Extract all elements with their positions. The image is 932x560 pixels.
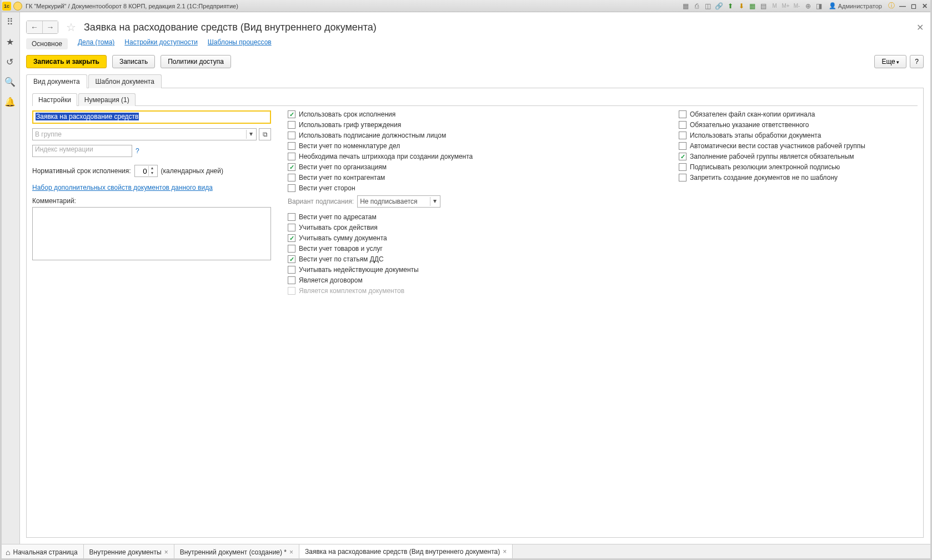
check-item[interactable]: Использовать этапы обработки документа — [679, 132, 918, 139]
minimize-button[interactable]: — — [898, 1, 908, 11]
checkbox[interactable] — [288, 184, 295, 192]
policies-button[interactable]: Политики доступа — [161, 55, 231, 68]
checkbox[interactable] — [288, 121, 295, 129]
check-item[interactable]: Вести учет товаров и услуг — [288, 245, 662, 253]
mem-mplus[interactable]: M+ — [781, 1, 791, 11]
checkbox[interactable] — [288, 174, 295, 181]
taskbar-tab[interactable]: ⌂Начальная страница — [0, 544, 84, 560]
checkbox[interactable] — [288, 255, 295, 263]
panels-icon[interactable]: ◨ — [814, 1, 824, 11]
checkbox[interactable] — [679, 132, 687, 139]
tab-doc-type[interactable]: Вид документа — [26, 74, 87, 88]
checkbox[interactable] — [679, 174, 687, 181]
index-field[interactable]: Индекс нумерации — [32, 145, 132, 157]
close-icon[interactable]: × — [164, 548, 168, 556]
checkbox[interactable] — [679, 121, 687, 129]
current-user[interactable]: 👤 Администратор — [829, 2, 882, 9]
check-item[interactable]: Использовать подписание должностным лицо… — [288, 132, 662, 139]
checkbox[interactable] — [288, 153, 295, 160]
term-value-input[interactable] — [135, 167, 148, 175]
check-item[interactable]: Автоматически вести состав участников ра… — [679, 142, 918, 150]
check-item[interactable]: Вести учет по номенклатуре дел — [288, 142, 662, 150]
index-help-icon[interactable]: ? — [136, 147, 139, 155]
checkbox[interactable] — [288, 110, 295, 118]
save-button[interactable]: Записать — [112, 55, 155, 68]
term-spinner[interactable]: ▲▼ — [134, 165, 158, 177]
section-link-cases[interactable]: Дела (тома) — [78, 38, 114, 49]
upload-icon[interactable]: ⬆ — [725, 1, 735, 11]
check-item[interactable]: Учитывать сумму документа — [288, 234, 662, 242]
checkbox[interactable] — [288, 142, 295, 150]
additional-props-link[interactable]: Набор дополнительных свойств документов … — [32, 184, 213, 191]
checkbox[interactable] — [288, 234, 295, 242]
check-item[interactable]: Использовать гриф утверждения — [288, 121, 662, 129]
check-item[interactable]: Запретить создание документов не по шабл… — [679, 174, 918, 181]
check-item[interactable]: Учитывать срок действия — [288, 224, 662, 231]
sign-combo[interactable]: Не подписывается ▾ — [357, 195, 440, 208]
star-icon[interactable]: ★ — [4, 36, 16, 48]
check-item[interactable]: Обязательно указание ответственного — [679, 121, 918, 129]
check-item[interactable]: Вести учет по адресатам — [288, 213, 662, 221]
link-icon[interactable]: 🔗 — [714, 1, 724, 11]
calc-icon[interactable]: ▤ — [759, 1, 769, 11]
subtab-settings[interactable]: Настройки — [32, 93, 77, 106]
save-close-button[interactable]: Записать и закрыть — [26, 55, 107, 68]
section-link-processes[interactable]: Шаблоны процессов — [208, 38, 272, 49]
zoom-icon[interactable]: ⊕ — [803, 1, 813, 11]
check-item[interactable]: Является договором — [288, 276, 662, 284]
spin-down[interactable]: ▼ — [148, 171, 156, 176]
more-button[interactable]: Еще — [874, 55, 906, 68]
check-item[interactable]: Необходима печать штрихкода при создании… — [288, 153, 662, 160]
check-item[interactable]: Учитывать недействующие документы — [288, 266, 662, 274]
maximize-button[interactable]: ◻ — [909, 1, 919, 11]
check-item[interactable]: Заполнение рабочей группы является обяза… — [679, 153, 918, 160]
chevron-down-icon[interactable]: ▾ — [246, 130, 255, 139]
subtab-numbering[interactable]: Нумерация (1) — [78, 93, 136, 106]
calendar-icon[interactable]: ▦ — [748, 1, 758, 11]
taskbar-tab[interactable]: Внутренний документ (создание) *× — [174, 544, 299, 560]
taskbar-tab[interactable]: Заявка на расходование средств (Вид внут… — [299, 544, 513, 560]
comment-textarea[interactable] — [32, 207, 271, 260]
close-icon[interactable]: × — [289, 548, 293, 556]
checkbox[interactable] — [679, 163, 687, 171]
checkbox[interactable] — [288, 213, 295, 221]
mem-m[interactable]: M — [770, 1, 780, 11]
nav-forward-button[interactable]: → — [42, 21, 58, 33]
favorite-toggle[interactable]: ☆ — [66, 21, 76, 34]
checkbox[interactable] — [288, 132, 295, 139]
close-window-button[interactable]: ✕ — [920, 1, 930, 11]
tab-doc-template[interactable]: Шаблон документа — [88, 74, 162, 88]
name-field[interactable]: Заявка на расходование средств — [32, 110, 271, 124]
section-link-access[interactable]: Настройки доступности — [124, 38, 197, 49]
apps-icon[interactable]: ⠿ — [4, 16, 16, 28]
history-icon[interactable]: ↺ — [4, 56, 16, 68]
checkbox[interactable] — [288, 276, 295, 284]
close-tab-button[interactable]: ✕ — [916, 22, 924, 33]
checkbox[interactable] — [288, 245, 295, 253]
mem-mminus[interactable]: M- — [792, 1, 802, 11]
info-icon[interactable]: ⓘ — [886, 1, 896, 11]
search-icon[interactable]: 🔍 — [4, 75, 16, 88]
toolbar-icon-1[interactable]: ▦ — [681, 1, 691, 11]
check-item[interactable]: Вести учет по организациям — [288, 163, 662, 171]
print-icon[interactable]: ⎙ — [692, 1, 702, 11]
check-item[interactable]: Использовать срок исполнения — [288, 110, 662, 118]
close-icon[interactable]: × — [503, 548, 507, 556]
group-open-button[interactable]: ⧉ — [259, 128, 271, 140]
help-button[interactable]: ? — [910, 55, 924, 68]
chevron-down-icon[interactable]: ▾ — [430, 197, 439, 206]
checkbox[interactable] — [288, 224, 295, 231]
checkbox[interactable] — [679, 142, 687, 150]
spin-up[interactable]: ▲ — [148, 166, 156, 171]
check-item[interactable]: Обязателен файл скан-копии оригинала — [679, 110, 918, 118]
group-combo[interactable]: В группе ▾ — [32, 128, 257, 140]
download-icon[interactable]: ⬇ — [736, 1, 746, 11]
check-item[interactable]: Вести учет сторон — [288, 184, 662, 192]
check-item[interactable]: Вести учет по статьям ДДС — [288, 255, 662, 263]
nav-back-button[interactable]: ← — [27, 21, 42, 33]
app-menu-icon[interactable] — [13, 2, 22, 11]
check-item[interactable]: Подписывать резолюции электронной подпис… — [679, 163, 918, 171]
checkbox[interactable] — [288, 266, 295, 274]
checkbox[interactable] — [679, 110, 687, 118]
section-link-main[interactable]: Основное — [26, 38, 68, 49]
